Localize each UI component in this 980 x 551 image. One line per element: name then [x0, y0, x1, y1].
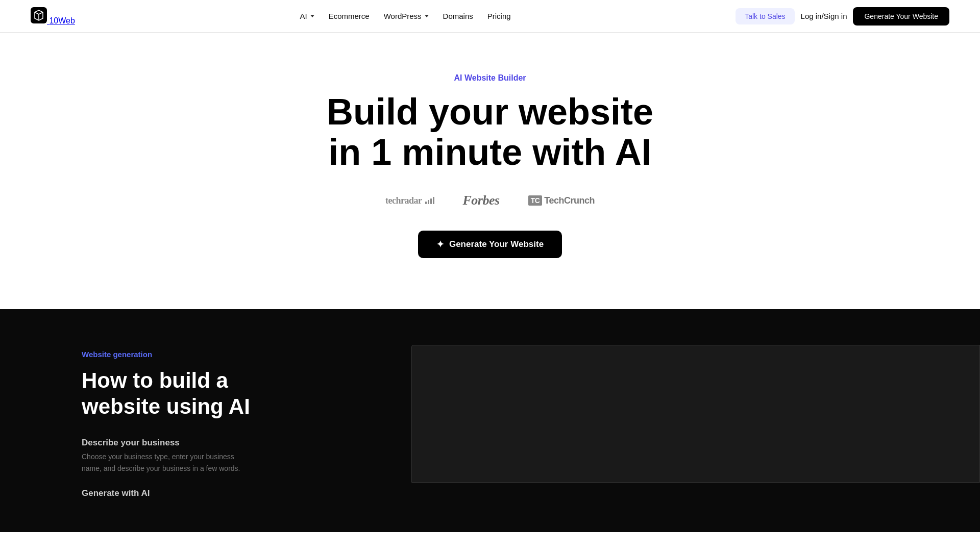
chevron-down-icon — [425, 15, 429, 17]
logo[interactable]: 10Web — [31, 7, 75, 26]
navigation: 10Web AI Ecommerce WordPress Domains Pri… — [0, 0, 980, 33]
steps-list: Describe your business Choose your busin… — [82, 438, 411, 502]
video-frame — [411, 345, 980, 483]
press-logos: techradar Forbes TC TechCrunch — [385, 193, 595, 208]
generate-website-nav-button[interactable]: Generate Your Website — [853, 7, 949, 26]
logo-icon — [31, 7, 47, 23]
hero-section: AI Website Builder Build your website in… — [0, 33, 980, 309]
logo-text: 10Web — [49, 16, 75, 25]
sparkle-icon: ✦ — [436, 239, 444, 250]
nav-item-ecommerce[interactable]: Ecommerce — [329, 12, 370, 20]
step-item: Generate with AI — [82, 488, 411, 502]
dark-section-left: Website generation How to build a websit… — [0, 350, 411, 532]
hero-title: Build your website in 1 minute with AI — [327, 92, 653, 172]
press-techcrunch: TC TechCrunch — [528, 195, 595, 206]
section-tag: Website generation — [82, 350, 411, 359]
nav-item-domains[interactable]: Domains — [443, 12, 473, 20]
hero-tag: AI Website Builder — [454, 73, 526, 83]
generate-website-hero-button[interactable]: ✦ Generate Your Website — [418, 231, 562, 258]
nav-item-ai[interactable]: AI — [300, 12, 314, 20]
step-title: Generate with AI — [82, 488, 411, 498]
talk-to-sales-button[interactable]: Talk to Sales — [736, 8, 794, 24]
nav-links: AI Ecommerce WordPress Domains Pricing — [300, 12, 510, 20]
dark-section-right — [411, 350, 980, 483]
step-desc: Choose your business type, enter your bu… — [82, 451, 245, 474]
nav-item-pricing[interactable]: Pricing — [487, 12, 511, 20]
signal-icon — [425, 197, 434, 204]
step-item: Describe your business Choose your busin… — [82, 438, 411, 474]
press-forbes: Forbes — [463, 193, 500, 208]
step-title: Describe your business — [82, 438, 411, 448]
section-title: How to build a website using AI — [82, 368, 411, 419]
nav-item-wordpress[interactable]: WordPress — [384, 12, 429, 20]
login-button[interactable]: Log in/Sign in — [801, 12, 847, 20]
press-techradar: techradar — [385, 195, 434, 206]
chevron-down-icon — [310, 15, 314, 17]
dark-section: Website generation How to build a websit… — [0, 309, 980, 532]
nav-cta-group: Talk to Sales Log in/Sign in Generate Yo… — [736, 7, 949, 26]
